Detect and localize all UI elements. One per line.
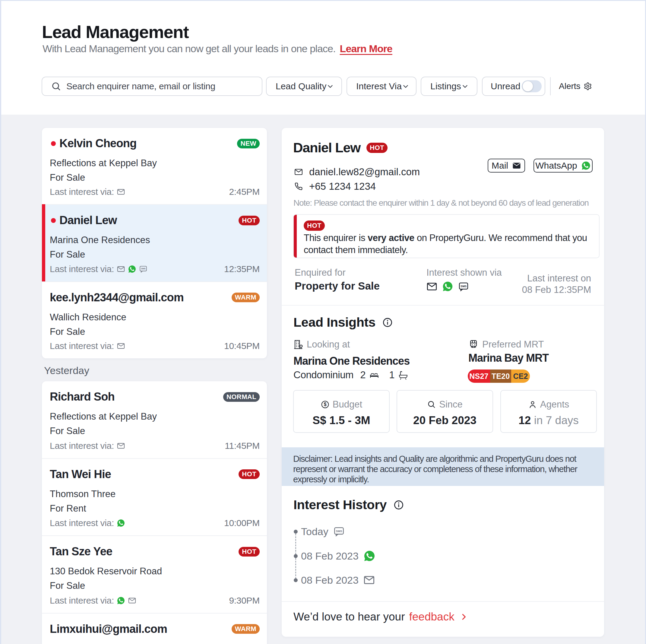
svg-text:SMS: SMS xyxy=(460,285,466,288)
svg-text:SMS: SMS xyxy=(141,267,146,270)
svg-text:SMS: SMS xyxy=(336,529,342,533)
svg-text:$: $ xyxy=(324,402,327,407)
